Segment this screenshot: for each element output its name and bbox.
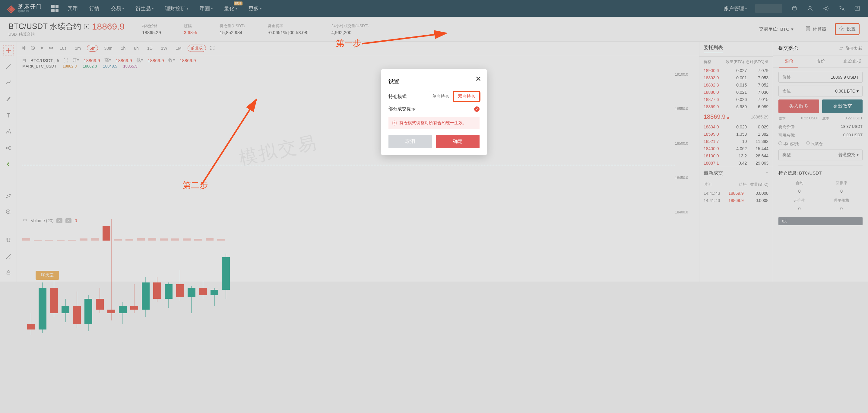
warning-banner: ! 持仓模式调整对所有合约统一生效。 <box>389 117 479 129</box>
one-way-option[interactable]: 单向持仓 <box>428 92 454 101</box>
warning-icon: ! <box>392 121 397 125</box>
modal-title: 设置 <box>389 78 479 85</box>
modal-overlay: ✕ 设置 持仓模式 单向持仓 双向持仓 部分成交提示 ✓ ! 持仓模式调整对所有… <box>0 0 868 413</box>
settings-modal: ✕ 设置 持仓模式 单向持仓 双向持仓 部分成交提示 ✓ ! 持仓模式调整对所有… <box>381 69 487 155</box>
cancel-button[interactable]: 取消 <box>389 135 432 148</box>
check-icon[interactable]: ✓ <box>474 106 479 112</box>
position-mode-label: 持仓模式 <box>389 94 407 99</box>
two-way-option[interactable]: 双向持仓 <box>454 92 479 101</box>
confirm-button[interactable]: 确定 <box>436 135 479 148</box>
close-icon[interactable]: ✕ <box>475 75 482 83</box>
position-mode-toggle: 单向持仓 双向持仓 <box>428 92 479 101</box>
partial-fill-label: 部分成交提示 <box>389 106 415 112</box>
